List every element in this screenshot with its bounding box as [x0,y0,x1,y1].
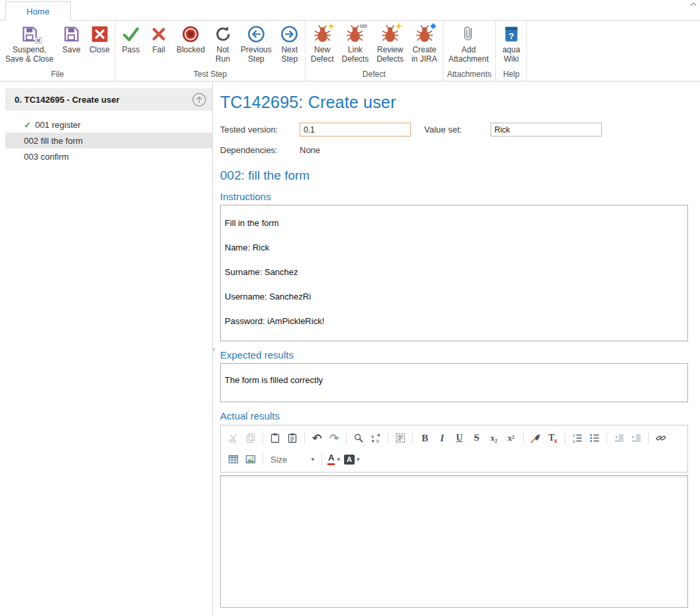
increase-indent-button[interactable] [628,430,645,446]
value-set-input[interactable] [491,123,602,137]
new-defect-button[interactable]: New Defect [307,22,338,67]
fail-button[interactable]: Fail [145,22,172,67]
toolbar-separator [304,432,305,444]
save-button[interactable]: Save [58,22,86,67]
find-button[interactable] [350,430,367,446]
strikethrough-icon: S [474,433,479,443]
close-button[interactable]: Close [86,22,114,67]
svg-text:1: 1 [573,433,575,437]
instructions-section-label: Instructions [220,191,688,202]
button-label: Not Run [215,45,230,64]
previous-step-button[interactable]: Previous Step [237,22,276,67]
link-defects-button[interactable]: Link Defects [337,22,373,67]
superscript-icon: x² [508,433,514,443]
ribbon-group-label-attachments: Attachments [445,67,495,81]
button-label: Review Defects [377,45,404,64]
numbered-list-button[interactable]: 12 [569,430,586,446]
svg-text:?: ? [508,31,514,41]
ribbon-group-defect: New Defect Link Defects Review Defects [306,21,443,81]
toolbar-separator [388,432,388,444]
tab-home[interactable]: Home [5,1,71,21]
step-item-002-fill-the-form[interactable]: 002 fill the form [5,133,212,148]
background-color-icon: A [344,455,355,465]
decrease-indent-button[interactable] [611,430,628,446]
bulleted-list-button[interactable] [586,430,603,446]
replace-button[interactable]: ab [367,430,384,446]
image-icon [245,454,256,465]
add-attachment-button[interactable]: Add Attachment [445,22,493,67]
toolbar-separator [262,432,263,444]
aqua-wiki-button[interactable]: ? aqua Wiki [497,22,525,67]
insert-image-button[interactable] [242,451,259,467]
expected-results-box: The form is filled correctly [220,363,688,402]
button-label: Pass [122,45,140,54]
paste-button[interactable] [266,430,284,446]
step-item-label: 002 fill the form [24,136,83,146]
create-in-jira-button[interactable]: Create in JIRA [408,22,441,67]
tested-version-input[interactable] [300,123,411,137]
cut-button[interactable] [225,430,242,446]
toolbar-separator [565,432,565,444]
strikethrough-button[interactable]: S [468,430,485,446]
suspend-save-close-button[interactable]: Suspend, Save & Close [1,22,58,67]
actual-results-section-label: Actual results [220,410,688,421]
blocked-button[interactable]: Blocked [172,22,209,67]
subscript-button[interactable]: x₂ [485,430,502,446]
pass-button[interactable]: Pass [117,22,145,67]
copy-button[interactable] [242,430,259,446]
background-color-button[interactable]: A ▾ [342,451,362,467]
text-color-button[interactable]: A ▾ [325,451,342,467]
button-label: New Defect [311,45,334,64]
paste-from-word-button[interactable] [284,430,301,446]
cut-icon [228,433,239,443]
ribbon-group-label-help: Help [497,67,525,81]
italic-icon: I [440,433,444,444]
insert-table-button[interactable] [225,451,242,467]
copy-formatting-button[interactable] [527,430,544,446]
numbered-list-icon: 12 [572,433,583,443]
rich-text-editor-toolbar: ↶ ↷ ab B I U S x₂ x² Tx 12 [220,425,688,473]
expected-results-section-label: Expected results [220,349,688,361]
step-item-label: 003 confirm [24,152,69,162]
collapse-splitter-icon[interactable]: ‹ [213,345,215,353]
step-item-001-register[interactable]: ✓ 001 register [5,117,212,133]
bold-icon: B [422,433,428,444]
next-step-button[interactable]: Next Step [276,22,304,67]
button-label: Save [62,45,80,54]
superscript-button[interactable]: x² [502,430,520,446]
step-item-003-confirm[interactable]: 003 confirm [5,148,212,164]
page-title: TC142695: Create user [220,93,688,112]
paste-icon [270,433,280,443]
panel-divider[interactable]: ‹ [212,82,213,615]
select-all-button[interactable] [392,430,409,446]
toolbar-separator [346,432,347,444]
remove-format-button[interactable]: Tx [544,430,561,446]
pass-check-icon [121,25,141,44]
instruction-line: Fill in the form [225,219,683,229]
ribbon-group-label-defect: Defect [307,67,441,81]
link-button[interactable] [652,430,670,446]
svg-text:2: 2 [573,439,575,443]
underline-button[interactable]: U [451,430,468,446]
actual-results-editor-content[interactable] [220,475,688,608]
scroll-to-top-button[interactable] [190,90,208,109]
button-label: Next Step [281,45,298,64]
not-run-button[interactable]: Not Run [209,22,237,67]
editor-toolbar-row-1: ↶ ↷ ab B I U S x₂ x² Tx 12 [225,427,683,449]
ribbon-group-help: ? aqua Wiki Help [496,21,527,81]
font-size-dropdown[interactable]: Size ▾ [268,455,317,465]
bold-button[interactable]: B [416,430,434,446]
next-arrow-icon [280,25,299,44]
dependencies-value: None [300,145,320,155]
undo-button[interactable]: ↶ [308,430,325,446]
toolbar-separator [648,432,649,444]
link-icon [656,433,666,443]
review-defects-button[interactable]: Review Defects [373,22,408,67]
italic-button[interactable]: I [434,430,451,446]
ribbon-group-label-file: File [1,67,113,81]
button-label: Close [89,45,110,54]
step-item-label: 001 register [35,120,81,130]
instructions-box: Fill in the form Name: Rick Surname: San… [220,205,688,341]
step-list: ✓ 001 register 002 fill the form 003 con… [5,117,212,164]
redo-button[interactable]: ↷ [325,430,343,446]
